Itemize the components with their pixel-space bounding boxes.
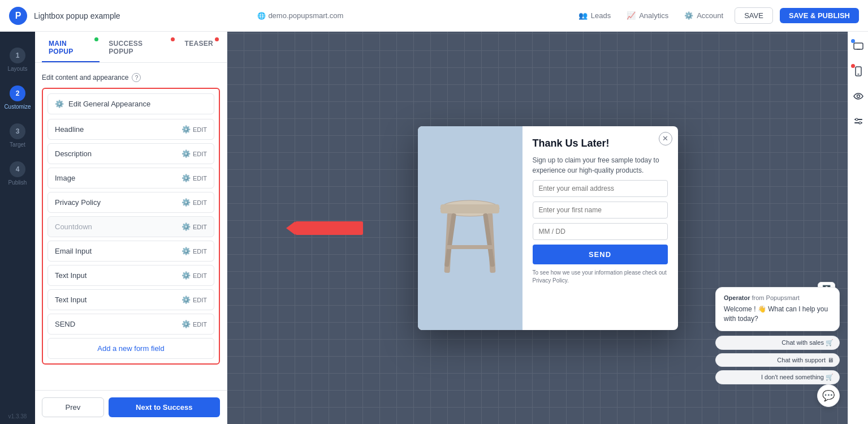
text-input-2-gear-icon: ⚙️ — [182, 295, 191, 304]
prev-button[interactable]: Prev — [42, 397, 104, 417]
privacy-edit-btn[interactable]: ⚙️ EDIT — [182, 198, 207, 207]
version-label: v1.3.38 — [8, 413, 27, 419]
leads-nav[interactable]: 👥 Leads — [574, 9, 615, 22]
svg-point-11 — [857, 95, 860, 98]
step-circle-4: 4 — [10, 161, 25, 177]
field-privacy-policy[interactable]: Privacy Policy ⚙️ EDIT — [47, 192, 214, 213]
field-send[interactable]: SEND ⚙️ EDIT — [47, 314, 214, 335]
next-button[interactable]: Next to Success — [109, 397, 220, 417]
text-input-2-edit-btn[interactable]: ⚙️ EDIT — [182, 295, 207, 304]
step-label-2: Customize — [4, 104, 31, 110]
add-field-button[interactable]: Add a new form field — [47, 338, 214, 359]
arrow-indicator — [295, 221, 363, 235]
step-target[interactable]: 3 Target — [7, 119, 28, 152]
text-input-1-edit-btn[interactable]: ⚙️ EDIT — [182, 271, 207, 280]
analytics-nav[interactable]: 📈 Analytics — [622, 9, 673, 22]
fields-panel: ⚙️ Edit General Appearance Headline ⚙️ E… — [42, 88, 220, 365]
edit-appearance-button[interactable]: ⚙️ Edit General Appearance — [47, 93, 214, 114]
preview-icon[interactable] — [850, 88, 866, 104]
chat-fab[interactable]: 💬 — [817, 384, 840, 407]
section-header: Edit content and appearance ? — [42, 70, 220, 88]
tab-teaser[interactable]: TEASER — [178, 32, 220, 62]
mobile-dot — [851, 64, 855, 68]
field-text-input-1[interactable]: Text Input ⚙️ EDIT — [47, 265, 214, 286]
chat-message: Welcome ! 👋 What can I help you with tod… — [724, 305, 831, 324]
countdown-edit-btn[interactable]: ⚙️ EDIT — [182, 222, 207, 231]
field-text-input-2[interactable]: Text Input ⚙️ EDIT — [47, 289, 214, 310]
gear-appearance-icon: ⚙️ — [55, 100, 64, 108]
step-label-3: Target — [10, 142, 25, 148]
step-layouts[interactable]: 1 Layouts — [5, 43, 29, 76]
svg-rect-6 — [446, 245, 494, 249]
field-countdown[interactable]: Countdown ⚙️ EDIT — [47, 216, 214, 237]
svg-point-15 — [859, 122, 861, 124]
steps-sidebar: 1 Layouts 2 Customize 3 Target 4 Publish… — [0, 32, 35, 424]
step-circle-2: 2 — [10, 85, 25, 101]
chat-bubble: Operator from Popupsmart Welcome ! 👋 Wha… — [715, 287, 840, 331]
image-edit-btn[interactable]: ⚙️ EDIT — [182, 174, 207, 182]
stool-image — [430, 172, 509, 285]
field-email-input[interactable]: Email Input ⚙️ EDIT — [47, 241, 214, 262]
image-gear-icon: ⚙️ — [182, 174, 191, 182]
description-edit-btn[interactable]: ⚙️ EDIT — [182, 149, 207, 158]
desktop-view-icon[interactable] — [850, 38, 866, 54]
countdown-gear-icon: ⚙️ — [182, 222, 191, 231]
send-edit-btn[interactable]: ⚙️ EDIT — [182, 320, 207, 328]
tab-main-popup[interactable]: MAIN POPUP — [42, 32, 100, 62]
popup-description: Sign up to claim your free sample today … — [533, 155, 668, 175]
step-customize[interactable]: 2 Customize — [2, 81, 33, 114]
description-gear-icon: ⚙️ — [182, 149, 191, 158]
chat-operator-label: Operator from Popupsmart — [724, 294, 831, 301]
left-panel: MAIN POPUP SUCCESS POPUP TEASER Edit con… — [35, 32, 227, 424]
step-circle-1: 1 — [10, 48, 25, 63]
chat-option-support[interactable]: Chat with support 🖥 — [715, 353, 840, 367]
popup-tabs: MAIN POPUP SUCCESS POPUP TEASER — [35, 32, 227, 63]
help-icon[interactable]: ? — [132, 73, 141, 82]
chat-widget: Operator from Popupsmart Welcome ! 👋 Wha… — [715, 287, 840, 407]
field-description[interactable]: Description ⚙️ EDIT — [47, 143, 214, 164]
field-image[interactable]: Image ⚙️ EDIT — [47, 168, 214, 189]
main-popup-dot — [94, 37, 98, 41]
bottom-buttons: Prev Next to Success — [35, 390, 227, 424]
email-gear-icon: ⚙️ — [182, 247, 191, 255]
popup-date-input[interactable] — [533, 223, 668, 240]
svg-rect-1 — [441, 204, 499, 213]
svg-rect-7 — [854, 43, 863, 49]
step-circle-3: 3 — [10, 123, 25, 139]
step-label-1: Layouts — [7, 66, 27, 72]
headline-edit-btn[interactable]: ⚙️ EDIT — [182, 125, 207, 134]
popup-content-side: Thank Us Later! Sign up to claim your fr… — [522, 126, 678, 330]
arrow-shape — [295, 221, 363, 235]
popup-title: Thank Us Later! — [533, 138, 668, 149]
desktop-dot — [851, 39, 855, 43]
chat-option-no-need[interactable]: I don't need something 🛒 — [715, 370, 840, 384]
project-title[interactable]: Lightbox popup example — [34, 11, 251, 20]
svg-point-14 — [856, 118, 858, 121]
chat-options: Chat with sales 🛒 Chat with support 🖥 I … — [715, 336, 840, 384]
mobile-view-icon[interactable] — [850, 63, 866, 79]
step-label-4: Publish — [8, 179, 27, 186]
popup-send-button[interactable]: SEND — [533, 245, 668, 264]
step-publish[interactable]: 4 Publish — [6, 157, 29, 190]
save-button[interactable]: SAVE — [735, 7, 773, 24]
chat-option-sales[interactable]: Chat with sales 🛒 — [715, 336, 840, 350]
text-input-1-gear-icon: ⚙️ — [182, 271, 191, 280]
account-nav[interactable]: ⚙️ Account — [680, 9, 728, 22]
popup-modal: Thank Us Later! Sign up to claim your fr… — [418, 126, 678, 330]
tab-success-popup[interactable]: SUCCESS POPUP — [102, 32, 175, 62]
app-logo: P — [9, 7, 27, 25]
field-headline[interactable]: Headline ⚙️ EDIT — [47, 119, 214, 140]
send-gear-icon: ⚙️ — [182, 320, 191, 328]
email-edit-btn[interactable]: ⚙️ EDIT — [182, 247, 207, 255]
popup-image-side — [418, 126, 522, 330]
popup-close-button[interactable]: ✕ — [659, 132, 672, 145]
privacy-gear-icon: ⚙️ — [182, 198, 191, 207]
analytics-icon: 📈 — [627, 11, 636, 20]
leads-icon: 👥 — [578, 11, 588, 20]
popup-email-input[interactable] — [533, 180, 668, 197]
settings-icon[interactable] — [850, 113, 866, 129]
preview-url: demo.popupsmart.com — [257, 11, 343, 20]
topnav: P Lightbox popup example demo.popupsmart… — [0, 0, 868, 32]
popup-firstname-input[interactable] — [533, 202, 668, 219]
save-publish-button[interactable]: SAVE & PUBLISH — [780, 8, 859, 23]
